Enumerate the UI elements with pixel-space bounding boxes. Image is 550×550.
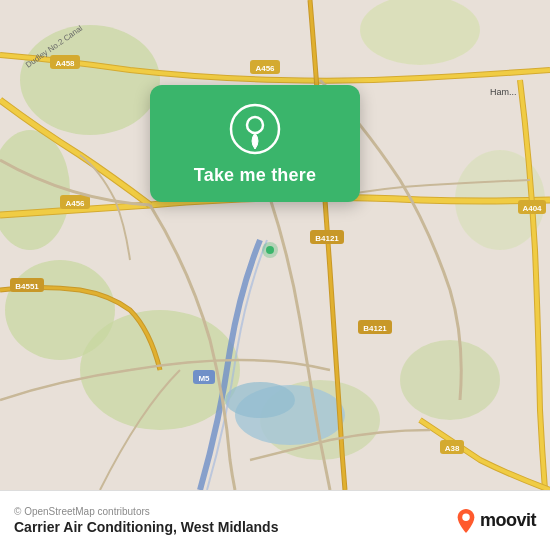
moovit-logo: moovit xyxy=(455,508,536,534)
bottom-bar: © OpenStreetMap contributors Carrier Air… xyxy=(0,490,550,550)
svg-text:B4121: B4121 xyxy=(315,234,339,243)
moovit-logo-text: moovit xyxy=(480,510,536,531)
location-card: Take me there xyxy=(150,85,360,202)
take-me-there-button[interactable]: Take me there xyxy=(194,165,316,186)
svg-text:A38: A38 xyxy=(445,444,460,453)
svg-point-10 xyxy=(225,382,295,418)
svg-point-34 xyxy=(266,246,274,254)
svg-text:A456: A456 xyxy=(255,64,275,73)
svg-text:Ham...: Ham... xyxy=(490,87,517,97)
svg-text:A458: A458 xyxy=(55,59,75,68)
svg-text:B4121: B4121 xyxy=(363,324,387,333)
svg-point-5 xyxy=(5,260,115,360)
svg-text:M5: M5 xyxy=(198,374,210,383)
svg-point-1 xyxy=(20,25,160,135)
svg-text:A404: A404 xyxy=(522,204,542,213)
svg-text:B4551: B4551 xyxy=(15,282,39,291)
moovit-pin-icon xyxy=(455,508,477,534)
svg-point-6 xyxy=(400,340,500,420)
location-pin-icon xyxy=(229,103,281,155)
svg-point-37 xyxy=(462,513,469,520)
svg-text:A456: A456 xyxy=(65,199,85,208)
svg-point-36 xyxy=(247,117,263,133)
map-container: M5 A456 A458 A456 B4121 B4121 B4121 B455… xyxy=(0,0,550,490)
